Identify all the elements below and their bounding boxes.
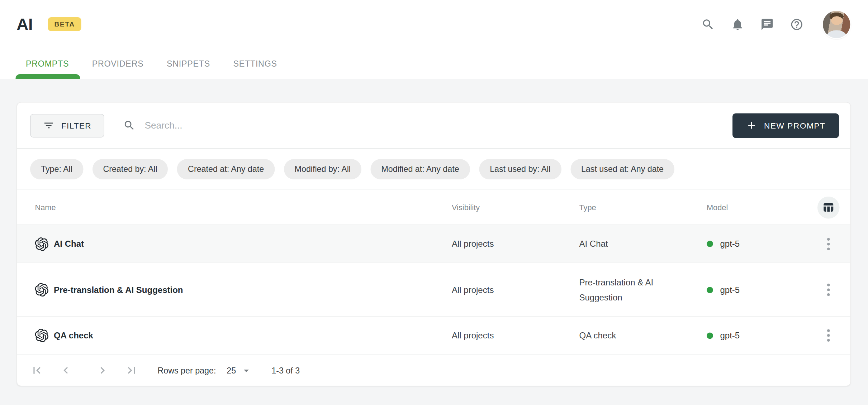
rows-per-page-label: Rows per page: bbox=[158, 366, 216, 375]
table-header-row: Name Visibility Type Model bbox=[17, 190, 850, 225]
next-page-icon[interactable] bbox=[96, 364, 109, 377]
tab-snippets-label: SNIPPETS bbox=[167, 59, 210, 68]
model-name: gpt-5 bbox=[720, 331, 740, 340]
beta-badge: BETA bbox=[48, 17, 81, 31]
column-header-model: Model bbox=[707, 203, 813, 212]
notifications-bell-icon[interactable] bbox=[731, 18, 745, 31]
help-icon[interactable] bbox=[790, 18, 804, 31]
visibility-cell: All projects bbox=[452, 285, 579, 295]
top-bar: AI BETA bbox=[0, 0, 868, 48]
chat-feedback-icon[interactable] bbox=[760, 18, 774, 31]
column-picker-button[interactable] bbox=[817, 196, 840, 218]
model-cell: gpt-5 bbox=[707, 331, 813, 340]
rows-per-page-value: 25 bbox=[227, 366, 236, 375]
search-field-icon bbox=[123, 119, 136, 132]
viewport: AI BETA PROMPTS bbox=[0, 0, 868, 405]
search-input[interactable] bbox=[143, 119, 732, 132]
app-window: AI BETA PROMPTS bbox=[0, 0, 868, 405]
model-name: gpt-5 bbox=[720, 239, 740, 249]
prompt-name: Pre-translation & AI Suggestion bbox=[54, 285, 183, 295]
table-pagination: Rows per page: 25 1-3 of 3 bbox=[17, 355, 850, 386]
model-cell: gpt-5 bbox=[707, 239, 813, 249]
plus-icon bbox=[746, 120, 757, 131]
chip-created-by[interactable]: Created by: All bbox=[92, 159, 168, 179]
model-status-dot bbox=[707, 241, 713, 247]
tab-snippets[interactable]: SNIPPETS bbox=[167, 48, 210, 79]
table-toolbar: FILTER NEW PROMPT bbox=[17, 103, 850, 149]
table-row[interactable]: AI Chat All projects AI Chat gpt-5 bbox=[17, 225, 850, 264]
type-cell: QA check bbox=[579, 328, 707, 343]
model-name: gpt-5 bbox=[720, 285, 740, 295]
chip-modified-at[interactable]: Modified at: Any date bbox=[370, 159, 470, 179]
model-status-dot bbox=[707, 286, 713, 293]
openai-logo-icon bbox=[35, 283, 49, 297]
table-row[interactable]: Pre-translation & AI Suggestion All proj… bbox=[17, 263, 850, 317]
tab-providers[interactable]: PROVIDERS bbox=[92, 48, 144, 79]
filter-icon bbox=[43, 120, 54, 131]
prompt-name-cell: AI Chat bbox=[35, 237, 452, 251]
filter-chips-row: Type: All Created by: All Created at: An… bbox=[17, 149, 850, 191]
tab-settings-label: SETTINGS bbox=[233, 59, 277, 68]
pagination-controls bbox=[30, 364, 138, 377]
main-tabs: PROMPTS PROVIDERS SNIPPETS SETTINGS bbox=[0, 48, 868, 79]
prompt-name: AI Chat bbox=[54, 239, 84, 249]
new-prompt-button-label: NEW PROMPT bbox=[764, 121, 826, 130]
prompts-card: FILTER NEW PROMPT Type: All Created by: … bbox=[17, 102, 851, 386]
prompt-name-cell: QA check bbox=[35, 329, 452, 342]
tab-settings[interactable]: SETTINGS bbox=[233, 48, 277, 79]
tab-providers-label: PROVIDERS bbox=[92, 59, 144, 68]
search-icon[interactable] bbox=[701, 18, 715, 31]
visibility-cell: All projects bbox=[452, 239, 579, 249]
type-cell: AI Chat bbox=[579, 237, 707, 251]
user-avatar[interactable] bbox=[823, 10, 850, 38]
prompt-name: QA check bbox=[54, 331, 93, 340]
page-content: FILTER NEW PROMPT Type: All Created by: … bbox=[0, 79, 868, 405]
openai-logo-icon bbox=[35, 237, 49, 251]
rows-per-page-select[interactable]: 25 bbox=[227, 365, 252, 376]
chip-last-used-at[interactable]: Last used at: Any date bbox=[570, 159, 674, 179]
row-menu-kebab-icon[interactable] bbox=[817, 232, 840, 256]
row-menu-kebab-icon[interactable] bbox=[817, 278, 840, 302]
chevron-down-icon bbox=[240, 365, 252, 376]
search-box bbox=[123, 119, 732, 132]
chip-created-at[interactable]: Created at: Any date bbox=[177, 159, 275, 179]
app-logo: AI bbox=[17, 15, 33, 33]
model-status-dot bbox=[707, 332, 713, 339]
app-header: AI BETA PROMPTS bbox=[0, 0, 868, 79]
active-tab-indicator bbox=[16, 74, 80, 79]
model-cell: gpt-5 bbox=[707, 285, 813, 295]
chip-last-used-by[interactable]: Last used by: All bbox=[479, 159, 561, 179]
header-actions bbox=[701, 10, 850, 38]
first-page-icon[interactable] bbox=[30, 364, 44, 377]
previous-page-icon[interactable] bbox=[59, 364, 73, 377]
openai-logo-icon bbox=[35, 329, 49, 342]
tab-prompts[interactable]: PROMPTS bbox=[26, 48, 69, 79]
type-cell: Pre-translation & AI Suggestion bbox=[579, 275, 707, 304]
column-header-type: Type bbox=[579, 203, 707, 212]
filter-button-label: FILTER bbox=[61, 121, 91, 130]
last-page-icon[interactable] bbox=[125, 364, 138, 377]
chip-type[interactable]: Type: All bbox=[30, 159, 83, 179]
table-row[interactable]: QA check All projects QA check gpt-5 bbox=[17, 317, 850, 355]
column-header-name: Name bbox=[35, 203, 452, 212]
visibility-cell: All projects bbox=[452, 331, 579, 340]
tab-prompts-label: PROMPTS bbox=[26, 59, 69, 68]
table-columns-icon bbox=[822, 201, 835, 214]
chip-modified-by[interactable]: Modified by: All bbox=[284, 159, 361, 179]
row-menu-kebab-icon[interactable] bbox=[817, 324, 840, 347]
prompt-name-cell: Pre-translation & AI Suggestion bbox=[35, 283, 452, 297]
column-header-visibility: Visibility bbox=[452, 203, 579, 212]
filter-button[interactable]: FILTER bbox=[30, 114, 104, 137]
pagination-range: 1-3 of 3 bbox=[271, 366, 300, 375]
new-prompt-button[interactable]: NEW PROMPT bbox=[732, 113, 839, 138]
